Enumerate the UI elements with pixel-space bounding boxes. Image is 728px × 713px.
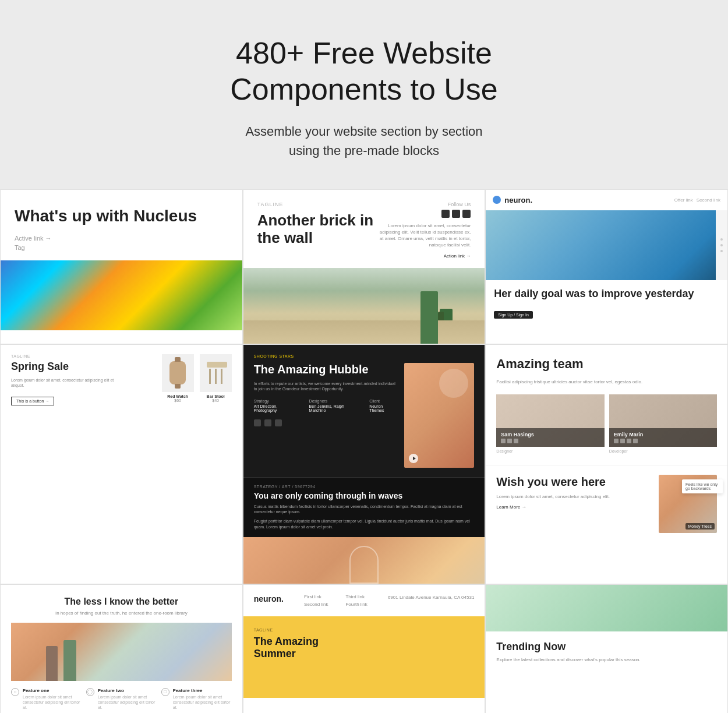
feature-one-icon: ○ [11,688,19,696]
less-subtitle: In hopes of finding out the truth, he en… [11,610,232,616]
waves-tagline: STRATEGY / ART / 59677294 [254,485,475,489]
watch-price: $60 [162,398,194,403]
feature-one-desc: Lorem ipsum dolor sit amet consectetur a… [23,694,82,710]
instagram-icon[interactable] [452,210,460,218]
linkedin-icon[interactable] [264,419,271,426]
row-3: The less I know the better In hopes of f… [0,584,728,713]
social-icon[interactable] [501,439,506,443]
sidebar-dot [720,238,723,241]
feature-three-desc: Lorem ipsum dolor sit amet consectetur a… [173,694,232,710]
nucleus-link1[interactable]: Active link → [15,235,228,242]
sale-tagline: TAGLINE [11,354,119,358]
designers-label: Designers [309,399,361,403]
card-tropical: TAGLINE The AmazingSummer [243,616,485,698]
footer-address: 6901 Lindale Avenue Karnaula, CA 04531 [388,594,474,601]
social-icon[interactable] [627,439,631,443]
neuron-sidebar [716,210,727,280]
bottom-right-tagline: Trending Now [496,641,717,653]
client-label: Client [369,399,397,403]
neuron-cta-button[interactable]: Sign Up / Sign In [494,311,533,319]
row-2: TAGLINE Spring Sale Lorem ipsum dolor si… [0,344,728,584]
team-body: Facilisi adipiscing tristique ultricies … [496,379,717,385]
wish-feels-box: Feels like we only go backwards [682,479,723,493]
twitter-icon[interactable] [254,419,261,426]
client-value: Neuron Themes [369,404,397,412]
feature-two-desc: Lorem ipsum dolor sit amet consectetur a… [98,694,157,710]
twitter-icon[interactable] [462,210,471,218]
neuron-footer-logo: neuron. [254,594,284,603]
strategy-value: Art Direction, Photography [254,404,300,412]
sidebar-dot [720,244,723,246]
brick-tagline: TAGLINE [257,202,378,207]
feature-one: ○ Feature one Lorem ipsum dolor sit amet… [11,688,82,710]
social-icon[interactable] [633,439,638,443]
nav-link-2[interactable]: Second link [304,602,328,607]
neuron-heading: Her daily goal was to improve yesterday [486,280,727,308]
card-neuron-top: neuron. Offer link Second link Her daily… [485,189,728,344]
waves-body2: Feugiat porttitor diam vulputate diam ul… [254,518,475,530]
card-wish-section: Wish you were here Lorem ipsum dolor sit… [486,465,727,542]
neuron-hero-image [486,210,727,280]
play-button[interactable] [409,454,418,463]
brick-title: Another brick in the wall [257,212,378,247]
card-neuron-footer: neuron. First link Second link Third lin… [243,584,486,713]
feature-three-title: Feature three [173,688,232,693]
sam-role: Designer [496,449,604,453]
nav-link-1[interactable]: First link [304,594,328,599]
brick-follow: Follow Us [377,202,471,207]
neuron-nav-link2[interactable]: Second link [697,197,720,203]
nav-link-3[interactable]: Third link [345,594,367,599]
social-icon[interactable] [507,439,512,443]
team-member-sam: Sam Hasings Designer [496,394,604,453]
instagram-icon[interactable] [275,419,282,426]
card-less-know: The less I know the better In hopes of f… [0,584,243,713]
nav-col-2: Third link Fourth link [345,594,367,607]
card-nucleus: What's up with Nucleus Active link → Tag [0,189,243,344]
brick-action[interactable]: Action link → [377,253,471,259]
neuron-cta-area: Sign Up / Sign In [486,308,727,323]
sam-photo: Sam Hasings [496,394,604,447]
sam-name: Sam Hasings [501,432,599,437]
designers-value: Ben Jenkins, Ralph Marchino [309,404,361,412]
emily-photo: Emily Marin [609,394,717,447]
team-title: Amazing team [496,356,717,372]
tropical-tagline: TAGLINE [254,628,475,632]
strategy-label: Strategy [254,399,300,403]
wish-learn-more[interactable]: Learn More → [496,504,652,510]
feature-one-title: Feature one [23,688,82,693]
sidebar-dot [720,250,723,252]
nav-link-4[interactable]: Fourth link [345,602,367,607]
watch-name: Red Watch [162,394,194,398]
social-icon[interactable] [514,439,518,443]
wish-title: Wish you were here [496,475,652,489]
social-icon[interactable] [614,439,619,443]
product-stool: Bar Stool $40 [200,354,232,406]
stool-price: $40 [200,398,232,403]
wish-overlay-label: Money Trees [685,523,715,530]
team-member-emily: Emily Marin Developer [609,394,717,453]
bottom-right-body: Explore the latest collections and disco… [496,656,717,663]
play-icon [413,457,416,460]
hubble-model-image [404,363,474,468]
neuron-nav-link[interactable]: Offer link [674,197,693,203]
card-amazing-team: Amazing team Facilisi adipiscing tristiq… [485,344,728,584]
watch-image [162,354,194,392]
sale-title: Spring Sale [11,361,119,373]
watch-shape-icon [169,361,186,384]
emily-role: Developer [609,449,717,453]
nucleus-image [1,260,242,330]
nav-col-1: First link Second link [304,594,328,607]
stool-name: Bar Stool [200,394,232,398]
sale-button[interactable]: This is a button → [11,397,54,405]
feature-two-icon: ◯ [86,688,94,696]
hero-subtitle: Assemble your website section by section… [12,122,716,160]
feature-three: □ Feature three Lorem ipsum dolor sit am… [161,688,232,710]
nucleus-link2[interactable]: Tag [15,244,228,251]
card-amazing-hubble: SHOOTING STARS The Amazing Hubble In eff… [243,344,486,584]
bottom-right-content: Trending Now Explore the latest collecti… [486,631,727,672]
social-icon[interactable] [620,439,625,443]
less-title: The less I know the better [11,596,232,607]
sale-body: Lorem ipsum dolor sit amet, consectetur … [11,377,119,389]
facebook-icon[interactable] [441,210,450,218]
wish-body: Lorem ipsum dolor sit amet, consectetur … [496,493,652,500]
